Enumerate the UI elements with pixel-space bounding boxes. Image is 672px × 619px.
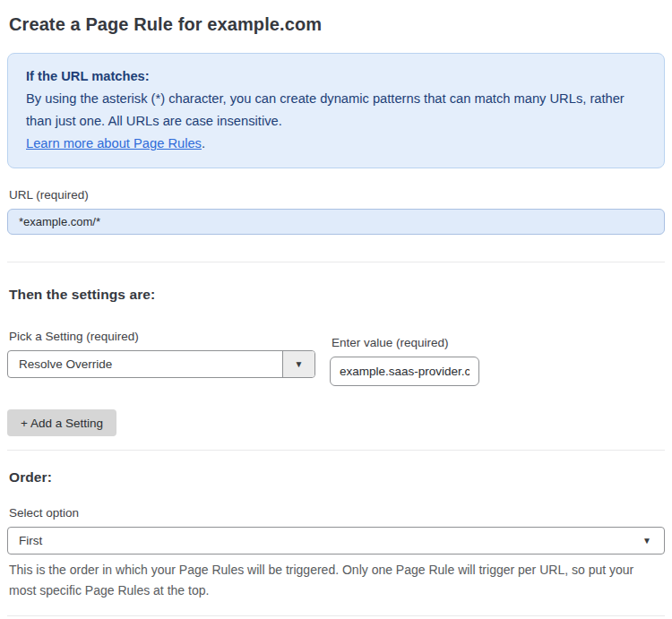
pick-setting-label: Pick a Setting (required) (9, 330, 314, 343)
divider (7, 262, 665, 262)
url-match-info-box: If the URL matches: By using the asteris… (7, 53, 665, 168)
url-label: URL (required) (9, 188, 663, 202)
settings-heading: Then the settings are: (9, 287, 663, 303)
url-section: URL (required) (7, 188, 665, 235)
create-page-rule-form: Create a Page Rule for example.com If th… (0, 0, 672, 619)
pick-setting-column: Pick a Setting (required) Resolve Overri… (7, 330, 316, 378)
enter-value-label: Enter value (required) (332, 336, 478, 349)
settings-row: Pick a Setting (required) Resolve Overri… (7, 330, 665, 386)
chevron-down-icon[interactable]: ▼ (282, 351, 314, 377)
pick-setting-value: Resolve Override (8, 351, 282, 377)
info-box-body: By using the asterisk (*) character, you… (26, 91, 625, 128)
link-suffix: . (202, 136, 205, 150)
add-setting-button[interactable]: + Add a Setting (7, 409, 116, 436)
page-title: Create a Page Rule for example.com (9, 14, 663, 35)
info-box-heading: If the URL matches: (26, 69, 150, 83)
enter-value-column: Enter value (required) (330, 330, 479, 386)
divider (7, 615, 665, 616)
order-select[interactable]: First ▼ (7, 527, 665, 555)
divider (7, 450, 665, 451)
order-heading: Order: (9, 469, 663, 486)
chevron-down-icon: ▼ (642, 536, 653, 546)
url-input[interactable] (7, 209, 665, 235)
order-help-text: This is the order in which your Page Rul… (9, 560, 654, 601)
order-select-label: Select option (9, 506, 663, 520)
learn-more-link[interactable]: Learn more about Page Rules (26, 136, 202, 150)
order-select-value: First (19, 534, 42, 547)
setting-value-input[interactable] (330, 357, 479, 386)
pick-setting-select[interactable]: Resolve Override ▼ (7, 350, 315, 378)
